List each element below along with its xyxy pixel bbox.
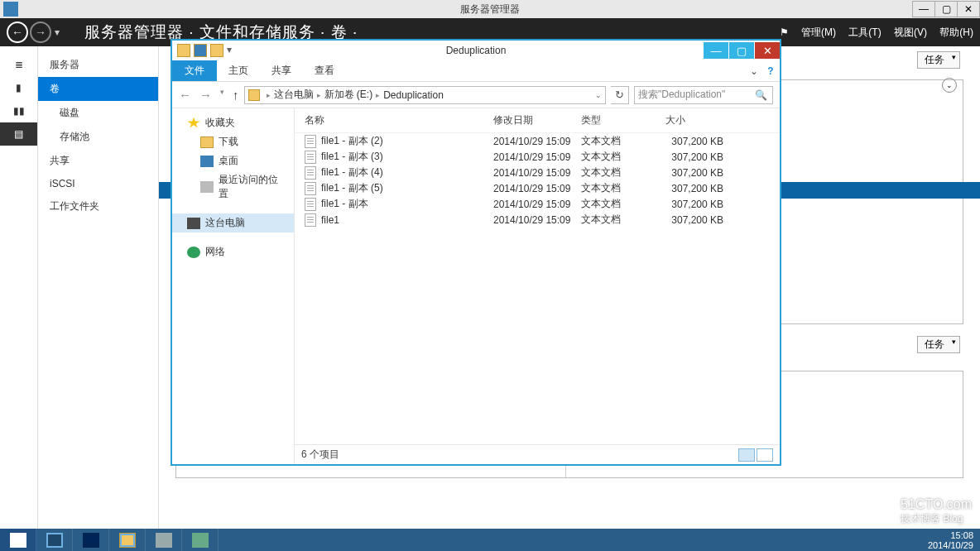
file-row[interactable]: file1 - 副本2014/10/29 15:09文本文档307,200 KB bbox=[295, 196, 780, 212]
qat-dropdown-icon[interactable]: ▾ bbox=[227, 44, 235, 57]
qat-icon-1[interactable] bbox=[177, 44, 190, 57]
file-row[interactable]: file1 - 副本 (2)2014/10/29 15:09文本文档307,20… bbox=[295, 133, 780, 149]
nav-volumes[interactable]: 卷 bbox=[38, 77, 158, 101]
refresh-button[interactable]: ↻ bbox=[611, 86, 629, 104]
nav-pools[interactable]: 存储池 bbox=[38, 125, 158, 149]
qat-icon-2[interactable] bbox=[194, 44, 207, 57]
file-name: file1 bbox=[321, 214, 339, 226]
view-details-button[interactable] bbox=[738, 448, 755, 462]
file-name: file1 - 副本 (4) bbox=[321, 165, 383, 180]
ribbon-tab-view[interactable]: 查看 bbox=[303, 60, 346, 81]
file-name: file1 - 副本 bbox=[321, 197, 368, 211]
file-row[interactable]: file12014/10/29 15:09文本文档307,200 KB bbox=[295, 212, 780, 228]
col-name[interactable]: 名称 bbox=[305, 113, 493, 127]
folder-icon bbox=[200, 137, 214, 148]
explorer-window: ▾ Deduplication — ▢ ✕ 文件 主页 共享 查看 ⌄ ? ← … bbox=[171, 40, 781, 465]
menu-manage[interactable]: 管理(M) bbox=[801, 26, 836, 38]
rail-dashboard-icon[interactable]: ≣ bbox=[0, 53, 37, 76]
file-row[interactable]: file1 - 副本 (4)2014/10/29 15:09文本文档307,20… bbox=[295, 165, 780, 180]
windows-taskbar: 15:08 2014/10/29 bbox=[0, 529, 980, 551]
task-powershell[interactable] bbox=[73, 529, 109, 551]
server-manager-task-icon bbox=[46, 533, 63, 548]
col-date[interactable]: 修改日期 bbox=[493, 113, 581, 127]
nav-disks[interactable]: 磁盘 bbox=[38, 101, 158, 125]
ribbon-expand-icon[interactable]: ⌄ bbox=[747, 60, 761, 81]
file-size: 307,200 KB bbox=[665, 167, 732, 179]
nav-workfolders[interactable]: 工作文件夹 bbox=[38, 194, 158, 218]
tree-network[interactable]: 网络 bbox=[172, 242, 294, 261]
os-minimize-button[interactable]: — bbox=[912, 1, 935, 17]
explorer-maximize-button[interactable]: ▢ bbox=[729, 42, 754, 59]
crumb-volume[interactable]: 新加卷 (E:) bbox=[324, 88, 373, 102]
file-row[interactable]: file1 - 副本 (5)2014/10/29 15:09文本文档307,20… bbox=[295, 180, 780, 196]
nav-iscsi[interactable]: iSCSI bbox=[38, 173, 158, 194]
crumb-dropdown-icon[interactable]: ⌄ bbox=[595, 91, 602, 99]
nav-back-button[interactable]: ← bbox=[7, 22, 28, 43]
text-file-icon bbox=[305, 213, 316, 227]
file-date: 2014/10/29 15:09 bbox=[493, 199, 581, 210]
file-size: 307,200 KB bbox=[665, 136, 732, 147]
crumb-pc[interactable]: 这台电脑 bbox=[274, 88, 314, 102]
tree-downloads[interactable]: 下载 bbox=[172, 132, 294, 151]
crumb-folder[interactable]: Deduplication bbox=[383, 89, 444, 101]
explorer-titlebar[interactable]: ▾ Deduplication — ▢ ✕ bbox=[172, 41, 780, 60]
task-app-2[interactable] bbox=[182, 529, 219, 551]
task-server-manager[interactable] bbox=[36, 529, 73, 551]
start-button[interactable] bbox=[0, 529, 36, 551]
explorer-close-button[interactable]: ✕ bbox=[755, 42, 780, 59]
file-name: file1 - 副本 (3) bbox=[321, 150, 383, 164]
text-file-icon bbox=[305, 182, 316, 195]
nav-servers[interactable]: 服务器 bbox=[38, 53, 158, 77]
col-size[interactable]: 大小 bbox=[665, 113, 732, 127]
rail-file-services-icon[interactable]: ▤ bbox=[0, 122, 37, 146]
search-placeholder: 搜索"Deduplication" bbox=[638, 88, 725, 102]
explorer-tree: 收藏夹 下载 桌面 最近访问的位置 这台电脑 网络 bbox=[172, 108, 295, 464]
col-type[interactable]: 类型 bbox=[581, 113, 665, 127]
nav-forward-button[interactable]: → bbox=[30, 22, 51, 43]
explorer-minimize-button[interactable]: — bbox=[704, 42, 728, 59]
tasks-button-2[interactable]: 任务 bbox=[917, 336, 960, 353]
nav-shares[interactable]: 共享 bbox=[38, 149, 158, 173]
os-maximize-button[interactable]: ▢ bbox=[934, 1, 958, 17]
pc-icon bbox=[187, 218, 200, 229]
tray-time: 15:08 bbox=[928, 530, 973, 540]
tasks-button-1[interactable]: 任务 bbox=[917, 51, 960, 69]
addr-up-button[interactable]: ↑ bbox=[233, 88, 239, 102]
flag-icon[interactable]: ⚑ bbox=[780, 26, 789, 38]
addr-forward-button[interactable]: → bbox=[199, 88, 212, 102]
tree-recent[interactable]: 最近访问的位置 bbox=[172, 170, 294, 204]
tree-desktop[interactable]: 桌面 bbox=[172, 151, 294, 170]
file-date: 2014/10/29 15:09 bbox=[493, 214, 581, 226]
file-name: file1 - 副本 (2) bbox=[321, 134, 383, 148]
column-headers[interactable]: 名称 修改日期 类型 大小 bbox=[295, 108, 780, 133]
tree-favorites[interactable]: 收藏夹 bbox=[172, 113, 294, 132]
text-file-icon bbox=[305, 166, 316, 180]
ribbon-tab-file[interactable]: 文件 bbox=[172, 60, 217, 81]
addr-history-icon[interactable]: ▾ bbox=[220, 88, 224, 102]
qat-icon-3[interactable] bbox=[210, 44, 223, 57]
addr-back-button[interactable]: ← bbox=[179, 88, 191, 102]
file-date: 2014/10/29 15:09 bbox=[493, 136, 581, 147]
menu-view[interactable]: 视图(V) bbox=[894, 26, 927, 38]
sm-side-nav: 服务器 卷 磁盘 存储池 共享 iSCSI 工作文件夹 bbox=[38, 46, 159, 529]
file-row[interactable]: file1 - 副本 (3)2014/10/29 15:09文本文档307,20… bbox=[295, 149, 780, 165]
menu-tools[interactable]: 工具(T) bbox=[848, 26, 881, 38]
task-explorer[interactable] bbox=[109, 529, 146, 551]
file-type: 文本文档 bbox=[581, 134, 665, 148]
system-tray[interactable]: 15:08 2014/10/29 bbox=[928, 530, 980, 550]
rail-local-icon[interactable]: ▮ bbox=[0, 76, 37, 99]
search-input[interactable]: 搜索"Deduplication" 🔍 bbox=[634, 86, 773, 104]
ribbon-tab-share[interactable]: 共享 bbox=[260, 60, 303, 81]
breadcrumb-box[interactable]: ▸ 这台电脑 ▸ 新加卷 (E:) ▸ Deduplication ⌄ bbox=[244, 86, 607, 104]
tree-this-pc[interactable]: 这台电脑 bbox=[172, 213, 294, 232]
help-icon[interactable]: ? bbox=[761, 60, 780, 81]
rail-all-icon[interactable]: ▮▮ bbox=[0, 99, 37, 122]
task-app-1[interactable] bbox=[146, 529, 182, 551]
expand-toggle[interactable]: ⌄ bbox=[942, 78, 957, 93]
explorer-task-icon bbox=[119, 533, 136, 548]
file-size: 307,200 KB bbox=[665, 199, 732, 210]
menu-help[interactable]: 帮助(H) bbox=[939, 26, 973, 38]
os-close-button[interactable]: ✕ bbox=[957, 1, 980, 17]
ribbon-tab-home[interactable]: 主页 bbox=[217, 60, 260, 81]
view-icons-button[interactable] bbox=[757, 448, 773, 462]
